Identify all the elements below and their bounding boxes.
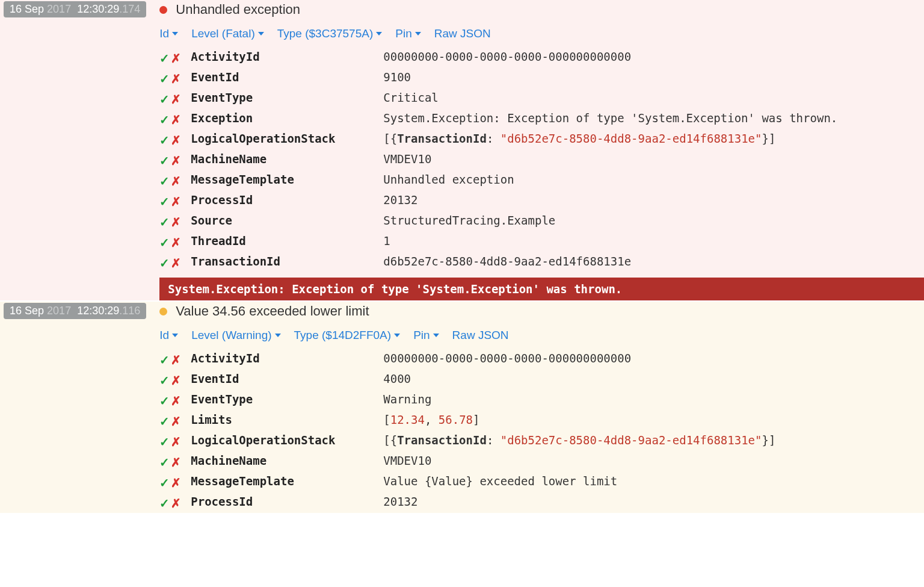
exclude-filter-icon[interactable]: ✗ (171, 72, 181, 86)
exclude-filter-icon[interactable]: ✗ (171, 133, 181, 148)
event-title-line[interactable]: Unhandled exception (159, 0, 924, 22)
include-filter-icon[interactable]: ✓ (159, 51, 170, 66)
include-filter-icon[interactable]: ✓ (159, 353, 170, 367)
property-key: Exception (191, 111, 383, 125)
obj-val: "d6b52e7c-8580-4dd8-9aa2-ed14f688131e" (500, 132, 762, 145)
include-filter-icon[interactable]: ✓ (159, 496, 170, 511)
action-id-menu[interactable]: Id (159, 329, 178, 342)
property-key: MachineName (191, 454, 383, 467)
include-filter-icon[interactable]: ✓ (159, 72, 170, 86)
property-row: ✓✗EventId9100 (159, 68, 924, 89)
include-filter-icon[interactable]: ✓ (159, 194, 170, 209)
property-key: ActivityId (191, 50, 383, 63)
property-filter-icons: ✓✗ (159, 372, 191, 388)
property-key: TransactionId (191, 255, 383, 268)
caret-down-icon (172, 334, 178, 337)
ts-month: Sep (25, 305, 44, 317)
ts-month: Sep (25, 3, 44, 15)
include-filter-icon[interactable]: ✓ (159, 215, 170, 229)
obj-val: "d6b52e7c-8580-4dd8-9aa2-ed14f688131e" (500, 433, 762, 447)
property-row: ✓✗SourceStructuredTracing.Example (159, 211, 924, 232)
action-level-menu[interactable]: Level (Warning) (191, 329, 280, 342)
action-type-menu[interactable]: Type ($14D2FF0A) (294, 329, 401, 342)
exclude-filter-icon[interactable]: ✗ (171, 476, 181, 490)
caret-down-icon (275, 334, 281, 337)
caret-down-icon (172, 32, 178, 36)
ts-day: 16 (10, 3, 22, 15)
include-filter-icon[interactable]: ✓ (159, 373, 170, 388)
exclude-filter-icon[interactable]: ✗ (171, 235, 181, 250)
exclude-filter-icon[interactable]: ✗ (171, 154, 181, 168)
event-content: Unhandled exceptionIdLevel (Fatal)Type (… (146, 0, 924, 300)
property-row: ✓✗ThreadId1 (159, 232, 924, 252)
action-pin-menu[interactable]: Pin (413, 329, 439, 342)
include-filter-icon[interactable]: ✓ (159, 455, 170, 470)
exclude-filter-icon[interactable]: ✗ (171, 51, 181, 66)
include-filter-icon[interactable]: ✓ (159, 174, 170, 188)
ts-time: 12:30:29 (77, 305, 119, 317)
include-filter-icon[interactable]: ✓ (159, 414, 170, 429)
ts-year: 2017 (47, 305, 71, 317)
ts-year: 2017 (47, 3, 71, 15)
action-raw-json[interactable]: Raw JSON (452, 329, 509, 342)
property-key: EventType (191, 91, 383, 104)
property-filter-icons: ✓✗ (159, 234, 191, 250)
property-key: Limits (191, 413, 383, 426)
event-title-line[interactable]: Value 34.56 exceeded lower limit (159, 302, 924, 324)
include-filter-icon[interactable]: ✓ (159, 256, 170, 270)
property-row: ✓✗EventId4000 (159, 370, 924, 390)
property-filter-icons: ✓✗ (159, 50, 191, 66)
exclude-filter-icon[interactable]: ✗ (171, 194, 181, 209)
exclude-filter-icon[interactable]: ✗ (171, 215, 181, 229)
action-id-menu[interactable]: Id (159, 27, 178, 40)
exclude-filter-icon[interactable]: ✗ (171, 496, 181, 511)
property-value: 1 (383, 234, 924, 247)
action-type-menu[interactable]: Type ($3C37575A) (277, 27, 383, 40)
action-pin-menu[interactable]: Pin (395, 27, 420, 40)
property-value: System.Exception: Exception of type 'Sys… (383, 111, 924, 125)
timestamp-badge: 16 Sep 2017 12:30:29.116 (4, 303, 146, 319)
include-filter-icon[interactable]: ✓ (159, 133, 170, 148)
property-row: ✓✗LogicalOperationStack[{TransactionId: … (159, 431, 924, 452)
action-raw-json[interactable]: Raw JSON (434, 27, 491, 40)
exclude-filter-icon[interactable]: ✗ (171, 435, 181, 449)
property-key: EventType (191, 393, 383, 406)
include-filter-icon[interactable]: ✓ (159, 435, 170, 449)
property-row: ✓✗ProcessId20132 (159, 492, 924, 513)
exclude-filter-icon[interactable]: ✗ (171, 113, 181, 127)
property-row: ✓✗LogicalOperationStack[{TransactionId: … (159, 129, 924, 150)
property-value: 20132 (383, 495, 924, 508)
exclude-filter-icon[interactable]: ✗ (171, 353, 181, 367)
property-key: MachineName (191, 152, 383, 166)
include-filter-icon[interactable]: ✓ (159, 113, 170, 127)
property-value: Warning (383, 393, 924, 406)
exclude-filter-icon[interactable]: ✗ (171, 373, 181, 388)
property-filter-icons: ✓✗ (159, 70, 191, 86)
property-filter-icons: ✓✗ (159, 214, 191, 229)
num-val: 56.78 (439, 413, 473, 426)
include-filter-icon[interactable]: ✓ (159, 154, 170, 168)
property-key: ThreadId (191, 234, 383, 247)
exclude-filter-icon[interactable]: ✗ (171, 414, 181, 429)
exclude-filter-icon[interactable]: ✗ (171, 92, 181, 107)
severity-dot-icon (159, 308, 167, 315)
property-filter-icons: ✓✗ (159, 454, 191, 470)
exclude-filter-icon[interactable]: ✗ (171, 174, 181, 188)
include-filter-icon[interactable]: ✓ (159, 394, 170, 408)
property-row: ✓✗TransactionIdd6b52e7c-8580-4dd8-9aa2-e… (159, 252, 924, 273)
include-filter-icon[interactable]: ✓ (159, 476, 170, 490)
include-filter-icon[interactable]: ✓ (159, 92, 170, 107)
include-filter-icon[interactable]: ✓ (159, 235, 170, 250)
exclude-filter-icon[interactable]: ✗ (171, 256, 181, 270)
caret-down-icon (258, 32, 264, 36)
property-row: ✓✗ActivityId00000000-0000-0000-0000-0000… (159, 48, 924, 68)
property-row: ✓✗ExceptionSystem.Exception: Exception o… (159, 109, 924, 129)
exclude-filter-icon[interactable]: ✗ (171, 394, 181, 408)
property-row: ✓✗EventTypeWarning (159, 390, 924, 411)
property-filter-icons: ✓✗ (159, 193, 191, 209)
timestamp-badge: 16 Sep 2017 12:30:29.174 (4, 1, 146, 17)
property-filter-icons: ✓✗ (159, 433, 191, 449)
action-level-menu[interactable]: Level (Fatal) (191, 27, 264, 40)
property-key: ActivityId (191, 352, 383, 365)
exclude-filter-icon[interactable]: ✗ (171, 455, 181, 470)
